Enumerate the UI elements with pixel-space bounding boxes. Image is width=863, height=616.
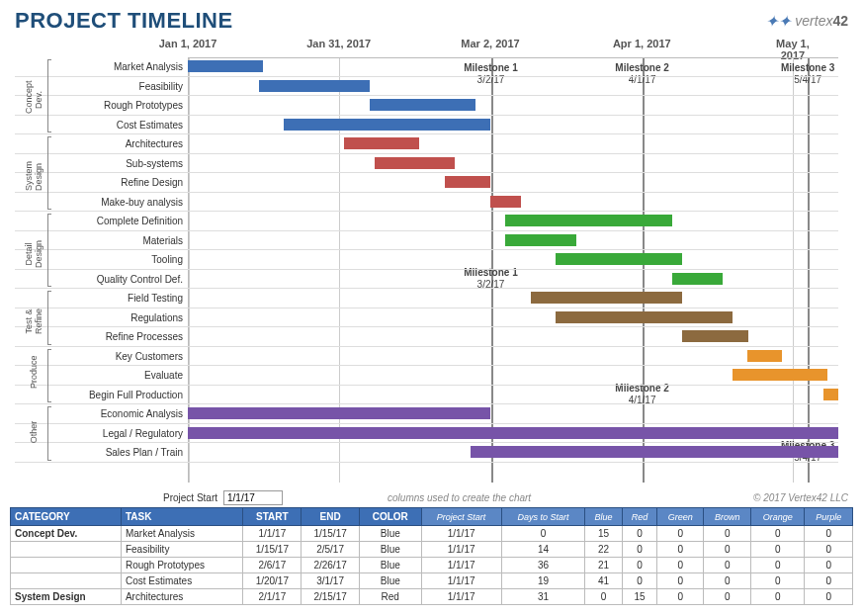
row-label: Economic Analysis [54, 404, 183, 423]
logo: ✦✦ vertex42 [765, 12, 848, 31]
col-subheader: Green [657, 508, 704, 526]
data-table: CATEGORYTASKSTARTENDCOLORProject StartDa… [10, 507, 853, 605]
group-label: Produce [29, 361, 39, 389]
col-subheader: Brown [704, 508, 751, 526]
axis-tick: Jan 31, 2017 [306, 38, 371, 49]
row-label: Evaluate [54, 366, 183, 385]
axis-tick: Apr 1, 2017 [613, 38, 671, 49]
row-label: Field Testing [54, 289, 183, 308]
row-label: Refine Processes [54, 327, 183, 346]
row-label: Quality Control Def. [54, 270, 183, 289]
row-label: Refine Design [54, 173, 183, 192]
row-label: Sub-systems [54, 154, 183, 173]
gantt-bar [672, 273, 723, 285]
hint-text: columns used to create the chart [388, 492, 531, 503]
group-label: Detail Design [24, 240, 43, 268]
gantt-row: Evaluate [15, 366, 838, 386]
gantt-bar [188, 407, 490, 419]
gantt-bar [682, 330, 747, 342]
gantt-bar [823, 389, 838, 400]
table-row: Rough Prototypes2/6/172/26/17Blue1/1/173… [11, 558, 853, 573]
page-title: PROJECT TIMELINE [15, 8, 233, 34]
gantt-bar [284, 119, 490, 131]
row-label: Feasibility [54, 77, 183, 96]
gantt-row: Key Customers [15, 347, 838, 367]
row-label: Regulations [54, 308, 183, 327]
axis-tick: Jan 1, 2017 [159, 38, 217, 49]
group-label: System Design [24, 163, 43, 191]
col-subheader: Blue [585, 508, 622, 526]
copyright: © 2017 Vertex42 LLC [753, 492, 848, 503]
group-label: Test & Refine [24, 308, 43, 335]
gantt-bar [375, 157, 456, 169]
row-label: Market Analysis [54, 57, 183, 76]
gantt-bar [490, 196, 521, 208]
col-subheader: Orange [751, 508, 805, 526]
table-row: Cost Estimates1/20/173/1/17Blue1/1/17194… [11, 573, 853, 589]
gantt-bar [370, 99, 475, 111]
gantt-bar [188, 427, 838, 439]
table-row: System DesignArchitectures2/1/172/15/17R… [11, 589, 853, 605]
gantt-row: Complete Definition [15, 212, 838, 231]
col-header: TASK [121, 508, 243, 526]
gantt-row: Refine Design [15, 173, 838, 193]
gantt-bar [747, 350, 783, 362]
row-label: Architectures [54, 134, 183, 153]
col-header: START [243, 508, 302, 526]
gantt-chart: Jan 1, 2017Jan 31, 2017Mar 2, 2017Apr 1,… [15, 38, 848, 483]
logo-icon: ✦✦ [765, 12, 791, 31]
row-label: Legal / Regulatory [54, 424, 183, 443]
col-header: END [302, 508, 360, 526]
col-subheader: Days to Start [501, 508, 585, 526]
project-start-label: Project Start [163, 492, 217, 503]
gantt-row: Architectures [15, 134, 838, 154]
gantt-bar [505, 215, 671, 226]
gantt-bar [445, 176, 490, 188]
axis-tick: Mar 2, 2017 [461, 38, 519, 49]
gantt-bar [505, 234, 576, 246]
project-start-input[interactable] [223, 490, 283, 505]
gantt-bar [531, 292, 682, 304]
row-label: Make-buy analysis [54, 193, 183, 212]
gantt-row: Make-buy analysis [15, 193, 838, 213]
col-subheader: Red [622, 508, 656, 526]
gantt-row: Materials [15, 231, 838, 251]
col-header: COLOR [359, 508, 421, 526]
gantt-row: Tooling [15, 250, 838, 270]
gantt-bar [733, 369, 828, 381]
row-label: Begin Full Production [54, 386, 183, 404]
row-label: Complete Definition [54, 212, 183, 230]
group-label: Concept Dev. [24, 86, 43, 114]
table-row: Feasibility1/15/172/5/17Blue1/1/17142200… [11, 542, 853, 558]
col-subheader: Project Start [421, 508, 501, 526]
row-label: Key Customers [54, 347, 183, 366]
gantt-row: Field Testing [15, 289, 838, 308]
group-label: Other [29, 418, 39, 446]
gantt-row: Feasibility [15, 77, 838, 97]
row-label: Rough Prototypes [54, 96, 183, 115]
gantt-bar [471, 446, 838, 458]
col-header: CATEGORY [11, 508, 122, 526]
gantt-bar [259, 80, 370, 92]
gantt-bar [188, 60, 263, 72]
gantt-row: Begin Full Production [15, 386, 838, 405]
gantt-row: Market Analysis [15, 57, 838, 77]
gantt-bar [556, 311, 732, 323]
row-label: Materials [54, 231, 183, 250]
row-label: Cost Estimates [54, 116, 183, 134]
col-subheader: Purple [805, 508, 853, 526]
gantt-bar [556, 253, 682, 265]
gantt-bar [344, 137, 419, 149]
table-row: Concept Dev.Market Analysis1/1/171/15/17… [11, 526, 853, 542]
row-label: Tooling [54, 250, 183, 269]
row-label: Sales Plan / Train [54, 443, 183, 462]
